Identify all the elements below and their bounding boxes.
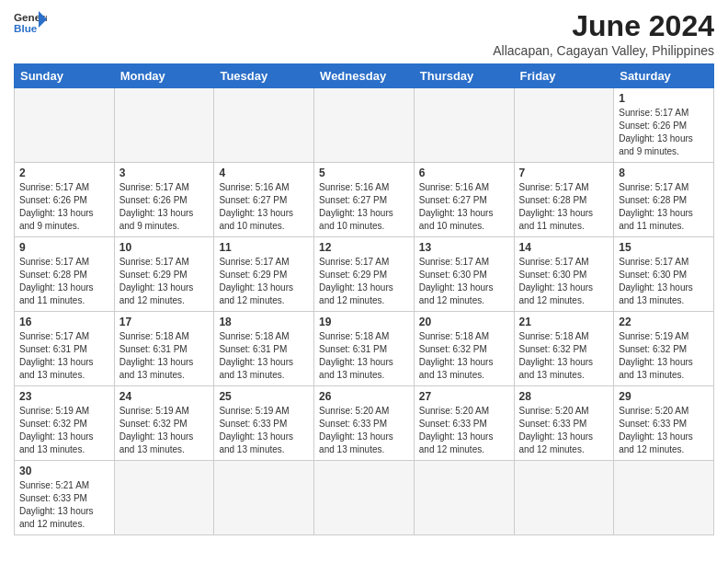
day-number: 25 (219, 390, 309, 403)
svg-text:Blue: Blue (14, 22, 38, 34)
calendar-cell: 15Sunrise: 5:17 AM Sunset: 6:30 PM Dayli… (614, 237, 714, 312)
day-info: Sunrise: 5:17 AM Sunset: 6:29 PM Dayligh… (219, 256, 309, 307)
calendar-cell: 16Sunrise: 5:17 AM Sunset: 6:31 PM Dayli… (15, 312, 115, 386)
day-number: 16 (19, 316, 109, 328)
calendar-cell (114, 88, 214, 163)
day-info: Sunrise: 5:18 AM Sunset: 6:31 PM Dayligh… (219, 330, 309, 382)
calendar-cell: 7Sunrise: 5:17 AM Sunset: 6:28 PM Daylig… (514, 163, 614, 237)
calendar-cell (214, 461, 314, 535)
calendar-cell: 13Sunrise: 5:17 AM Sunset: 6:30 PM Dayli… (414, 237, 514, 312)
day-info: Sunrise: 5:17 AM Sunset: 6:28 PM Dayligh… (619, 181, 709, 233)
calendar-week-row: 16Sunrise: 5:17 AM Sunset: 6:31 PM Dayli… (15, 312, 714, 386)
calendar-cell (114, 461, 214, 535)
day-number: 22 (619, 316, 709, 328)
day-info: Sunrise: 5:17 AM Sunset: 6:28 PM Dayligh… (519, 181, 609, 233)
day-info: Sunrise: 5:20 AM Sunset: 6:33 PM Dayligh… (519, 405, 609, 456)
day-number: 18 (219, 316, 309, 328)
calendar-cell: 27Sunrise: 5:20 AM Sunset: 6:33 PM Dayli… (414, 386, 514, 461)
day-info: Sunrise: 5:19 AM Sunset: 6:33 PM Dayligh… (219, 405, 309, 456)
calendar-cell (314, 88, 415, 163)
calendar-cell: 23Sunrise: 5:19 AM Sunset: 6:32 PM Dayli… (15, 386, 115, 461)
calendar-cell: 18Sunrise: 5:18 AM Sunset: 6:31 PM Dayli… (214, 312, 314, 386)
location-subtitle: Allacapan, Cagayan Valley, Philippines (493, 43, 714, 58)
day-info: Sunrise: 5:17 AM Sunset: 6:31 PM Dayligh… (19, 330, 109, 382)
calendar-cell (15, 88, 115, 163)
calendar-cell (514, 88, 614, 163)
day-info: Sunrise: 5:18 AM Sunset: 6:31 PM Dayligh… (119, 330, 210, 382)
day-number: 13 (419, 241, 509, 254)
weekday-header-tuesday: Tuesday (214, 64, 314, 88)
calendar-cell: 5Sunrise: 5:16 AM Sunset: 6:27 PM Daylig… (314, 163, 415, 237)
weekday-header-row: SundayMondayTuesdayWednesdayThursdayFrid… (15, 64, 714, 88)
day-number: 17 (119, 316, 210, 328)
day-info: Sunrise: 5:17 AM Sunset: 6:26 PM Dayligh… (119, 181, 210, 233)
calendar-cell: 14Sunrise: 5:17 AM Sunset: 6:30 PM Dayli… (514, 237, 614, 312)
calendar-cell: 4Sunrise: 5:16 AM Sunset: 6:27 PM Daylig… (214, 163, 314, 237)
weekday-header-saturday: Saturday (614, 64, 714, 88)
logo: General Blue (14, 9, 47, 39)
day-number: 14 (519, 241, 609, 254)
day-info: Sunrise: 5:17 AM Sunset: 6:30 PM Dayligh… (619, 256, 709, 307)
day-number: 9 (19, 241, 109, 254)
day-info: Sunrise: 5:16 AM Sunset: 6:27 PM Dayligh… (219, 181, 309, 233)
day-info: Sunrise: 5:17 AM Sunset: 6:29 PM Dayligh… (119, 256, 210, 307)
day-number: 3 (119, 167, 210, 179)
calendar-cell: 12Sunrise: 5:17 AM Sunset: 6:29 PM Dayli… (314, 237, 415, 312)
calendar-cell: 1Sunrise: 5:17 AM Sunset: 6:26 PM Daylig… (614, 88, 714, 163)
calendar-cell (514, 461, 614, 535)
weekday-header-sunday: Sunday (15, 64, 115, 88)
header: General Blue June 2024 Allacapan, Cagaya… (14, 9, 714, 58)
calendar-cell: 2Sunrise: 5:17 AM Sunset: 6:26 PM Daylig… (15, 163, 115, 237)
day-number: 28 (519, 390, 609, 403)
calendar-week-row: 23Sunrise: 5:19 AM Sunset: 6:32 PM Dayli… (15, 386, 714, 461)
day-number: 11 (219, 241, 309, 254)
calendar-cell: 22Sunrise: 5:19 AM Sunset: 6:32 PM Dayli… (614, 312, 714, 386)
calendar-cell: 3Sunrise: 5:17 AM Sunset: 6:26 PM Daylig… (114, 163, 214, 237)
day-info: Sunrise: 5:21 AM Sunset: 6:33 PM Dayligh… (19, 479, 109, 531)
day-number: 6 (419, 167, 509, 179)
calendar-cell: 24Sunrise: 5:19 AM Sunset: 6:32 PM Dayli… (114, 386, 214, 461)
day-number: 4 (219, 167, 309, 179)
day-number: 8 (619, 167, 709, 179)
day-info: Sunrise: 5:20 AM Sunset: 6:33 PM Dayligh… (319, 405, 409, 456)
calendar-week-row: 1Sunrise: 5:17 AM Sunset: 6:26 PM Daylig… (15, 88, 714, 163)
calendar-table: SundayMondayTuesdayWednesdayThursdayFrid… (14, 63, 714, 535)
day-number: 24 (119, 390, 210, 403)
weekday-header-wednesday: Wednesday (314, 64, 415, 88)
weekday-header-friday: Friday (514, 64, 614, 88)
calendar-week-row: 30Sunrise: 5:21 AM Sunset: 6:33 PM Dayli… (15, 461, 714, 535)
day-number: 27 (419, 390, 509, 403)
day-info: Sunrise: 5:20 AM Sunset: 6:33 PM Dayligh… (419, 405, 509, 456)
calendar-cell: 20Sunrise: 5:18 AM Sunset: 6:32 PM Dayli… (414, 312, 514, 386)
day-info: Sunrise: 5:19 AM Sunset: 6:32 PM Dayligh… (19, 405, 109, 456)
day-info: Sunrise: 5:17 AM Sunset: 6:26 PM Dayligh… (619, 107, 709, 158)
day-number: 23 (19, 390, 109, 403)
day-info: Sunrise: 5:17 AM Sunset: 6:26 PM Dayligh… (19, 181, 109, 233)
calendar-cell: 11Sunrise: 5:17 AM Sunset: 6:29 PM Dayli… (214, 237, 314, 312)
calendar-cell (314, 461, 415, 535)
calendar-week-row: 9Sunrise: 5:17 AM Sunset: 6:28 PM Daylig… (15, 237, 714, 312)
calendar-cell (414, 461, 514, 535)
day-info: Sunrise: 5:20 AM Sunset: 6:33 PM Dayligh… (619, 405, 709, 456)
day-info: Sunrise: 5:16 AM Sunset: 6:27 PM Dayligh… (419, 181, 509, 233)
calendar-cell: 10Sunrise: 5:17 AM Sunset: 6:29 PM Dayli… (114, 237, 214, 312)
day-info: Sunrise: 5:19 AM Sunset: 6:32 PM Dayligh… (619, 330, 709, 382)
day-info: Sunrise: 5:17 AM Sunset: 6:28 PM Dayligh… (19, 256, 109, 307)
calendar-cell: 28Sunrise: 5:20 AM Sunset: 6:33 PM Dayli… (514, 386, 614, 461)
calendar-cell (214, 88, 314, 163)
calendar-cell (414, 88, 514, 163)
day-number: 12 (319, 241, 409, 254)
day-number: 20 (419, 316, 509, 328)
day-info: Sunrise: 5:17 AM Sunset: 6:30 PM Dayligh… (419, 256, 509, 307)
calendar-cell: 19Sunrise: 5:18 AM Sunset: 6:31 PM Dayli… (314, 312, 415, 386)
day-number: 5 (319, 167, 409, 179)
calendar-cell: 21Sunrise: 5:18 AM Sunset: 6:32 PM Dayli… (514, 312, 614, 386)
day-info: Sunrise: 5:18 AM Sunset: 6:32 PM Dayligh… (419, 330, 509, 382)
day-number: 10 (119, 241, 210, 254)
calendar-cell: 8Sunrise: 5:17 AM Sunset: 6:28 PM Daylig… (614, 163, 714, 237)
day-number: 26 (319, 390, 409, 403)
weekday-header-thursday: Thursday (414, 64, 514, 88)
day-info: Sunrise: 5:17 AM Sunset: 6:29 PM Dayligh… (319, 256, 409, 307)
weekday-header-monday: Monday (114, 64, 214, 88)
calendar-cell: 25Sunrise: 5:19 AM Sunset: 6:33 PM Dayli… (214, 386, 314, 461)
